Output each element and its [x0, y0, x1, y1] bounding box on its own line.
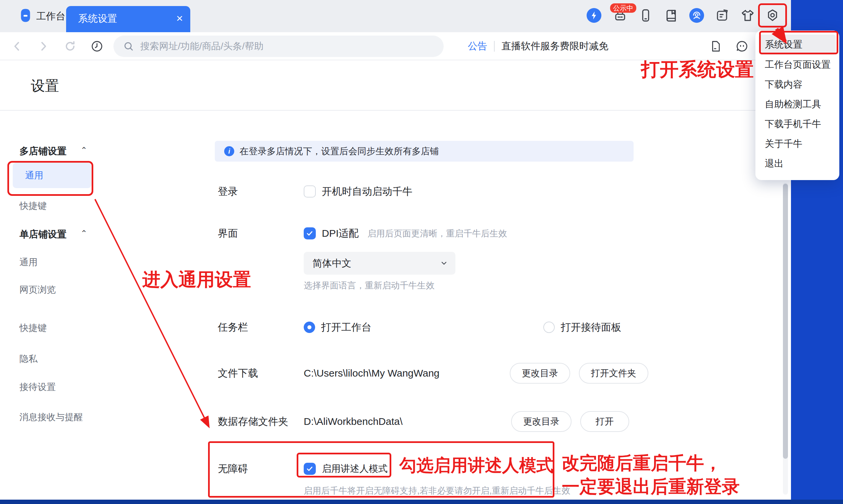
- sidebar-item-shortcut[interactable]: 快捷键: [19, 200, 47, 212]
- sidebar-section-multi-shop[interactable]: 多店铺设置⌃: [19, 145, 113, 158]
- qianniu-logo-icon: [19, 8, 32, 23]
- customer-service-icon[interactable]: [689, 8, 704, 23]
- scrollbar-thumb[interactable]: [783, 184, 788, 459]
- menu-item-download-mobile[interactable]: 下载手机千牛: [755, 114, 839, 134]
- sidebar-item-reception[interactable]: 接待设置: [19, 381, 56, 393]
- announcement: 公告 直播软件服务费限时减免: [468, 32, 609, 60]
- sidebar-item-privacy[interactable]: 隐私: [19, 353, 38, 365]
- announcement-label[interactable]: 公告: [468, 40, 487, 53]
- lightning-icon[interactable]: [586, 8, 601, 23]
- chat-face-icon[interactable]: [735, 39, 749, 53]
- sidebar-item-general2[interactable]: 通用: [19, 256, 38, 268]
- info-banner: i 在登录多店情况下，设置后会同步生效所有多店铺: [215, 141, 634, 162]
- feedback-icon[interactable]: [715, 8, 730, 23]
- chevron-up-icon: ⌃: [81, 146, 87, 155]
- search-icon: [123, 40, 134, 52]
- tab-system-settings[interactable]: 系统设置 ×: [66, 6, 190, 32]
- row-file-download: 文件下载 C:\Users\liloch\My WangWang 更改目录 打开…: [218, 362, 777, 384]
- qianniu-window: 工作台 系统设置 × 公示中: [0, 0, 791, 500]
- menu-item-self-check-tool[interactable]: 自助检测工具: [755, 94, 839, 114]
- search-input[interactable]: [140, 41, 434, 52]
- manual-icon[interactable]: [664, 8, 679, 23]
- menu-item-download-content[interactable]: 下载内容: [755, 74, 839, 94]
- settings-icon[interactable]: [765, 8, 780, 23]
- sidebar-item-shortcut2[interactable]: 快捷键: [19, 322, 47, 334]
- settings-content: 多店铺设置⌃ 通用 快捷键 单店铺设置⌃ 通用 网页浏览 快捷键 隐私 接待设置…: [0, 111, 791, 500]
- shop-decorate-icon[interactable]: [740, 8, 755, 23]
- file-icon[interactable]: [709, 39, 723, 53]
- open-reception-radio[interactable]: [543, 322, 555, 333]
- page-title: 设置: [31, 76, 59, 95]
- back-icon[interactable]: [10, 39, 24, 53]
- open-download-folder-button[interactable]: 打开文件夹: [579, 363, 648, 384]
- storage-path: D:\AliWorkbenchData\: [304, 416, 403, 427]
- download-path: C:\Users\liloch\My WangWang: [304, 367, 440, 379]
- row-interface: 界面 DPI适配 启用后页面更清晰，重启千牛后生效: [218, 223, 777, 244]
- dpi-hint: 启用后页面更清晰，重启千牛后生效: [367, 228, 507, 239]
- chevron-up-icon: ⌃: [81, 229, 87, 238]
- history-clock-icon[interactable]: [90, 39, 104, 53]
- page-header: 设置: [0, 61, 791, 111]
- settings-main: i 在登录多店情况下，设置后会同步生效所有多店铺 登录 开机时自动启动千牛 界面: [134, 111, 791, 500]
- search-bar[interactable]: [113, 36, 444, 57]
- open-workbench-radio[interactable]: [304, 322, 315, 333]
- sidebar-item-general-selected[interactable]: 通用: [13, 163, 91, 188]
- phone-icon[interactable]: [638, 8, 653, 23]
- announcement-text[interactable]: 直播软件服务费限时减免: [502, 40, 609, 53]
- sidebar-section-single-shop[interactable]: 单店铺设置⌃: [19, 228, 113, 241]
- chevron-down-icon: [440, 259, 448, 267]
- autostart-checkbox[interactable]: [304, 185, 316, 198]
- close-icon[interactable]: ×: [176, 6, 183, 32]
- language-select[interactable]: 简体中文: [304, 252, 455, 275]
- language-hint: 选择界面语言，重新启动千牛生效: [304, 280, 435, 291]
- dpi-checkbox[interactable]: [304, 227, 316, 239]
- navigation-bar: 公告 直播软件服务费限时减免: [0, 32, 791, 60]
- settings-sidebar: 多店铺设置⌃ 通用 快捷键 单店铺设置⌃ 通用 网页浏览 快捷键 隐私 接待设置…: [0, 111, 134, 500]
- row-login: 登录 开机时自动启动千牛: [218, 181, 777, 202]
- menu-item-about[interactable]: 关于千牛: [755, 134, 839, 154]
- row-taskbar: 任务栏 打开工作台 打开接待面板: [218, 317, 777, 338]
- forward-icon[interactable]: [36, 39, 50, 53]
- settings-dropdown-menu: 系统设置 工作台页面设置 下载内容 自助检测工具 下载手机千牛 关于千牛 退出: [755, 31, 839, 180]
- open-storage-button[interactable]: 打开: [580, 411, 629, 432]
- desktop-bottom-bar: [0, 500, 843, 504]
- change-storage-dir-button[interactable]: 更改目录: [511, 411, 572, 432]
- narrator-checkbox[interactable]: [304, 463, 316, 475]
- info-icon: i: [224, 146, 234, 156]
- menu-item-exit[interactable]: 退出: [755, 154, 839, 173]
- tab-title: 系统设置: [78, 6, 117, 32]
- menu-item-system-settings[interactable]: 系统设置: [759, 35, 836, 55]
- row-data-storage: 数据存储文件夹 D:\AliWorkbenchData\ 更改目录 打开: [218, 411, 777, 432]
- workbench-label[interactable]: 工作台: [36, 0, 66, 32]
- divider: [494, 41, 495, 52]
- refresh-icon[interactable]: [63, 39, 77, 53]
- sidebar-item-web-browse[interactable]: 网页浏览: [19, 284, 56, 296]
- accessibility-hint: 启用后千牛将开启无障碍支持,若非必要请勿开启,重新启动千牛后生效: [304, 485, 570, 497]
- tab-bar: 工作台 系统设置 × 公示中: [0, 0, 791, 32]
- change-download-dir-button[interactable]: 更改目录: [510, 363, 570, 384]
- sidebar-item-message-notify[interactable]: 消息接收与提醒: [19, 411, 83, 423]
- status-badge: 公示中: [610, 3, 636, 13]
- row-accessibility: 无障碍 启用讲述人模式: [218, 458, 777, 480]
- menu-item-workbench-page-settings[interactable]: 工作台页面设置: [755, 55, 839, 74]
